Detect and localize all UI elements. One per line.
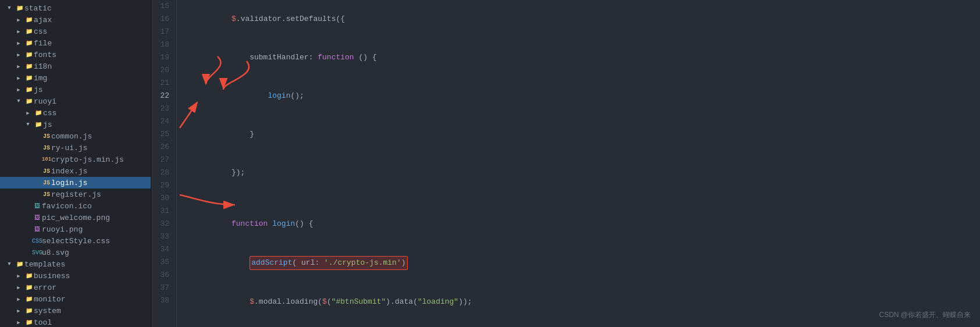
sidebar-label: ruoyi.png (42, 225, 83, 234)
sidebar-item-ruoyi-png[interactable]: 🖼 ruoyi.png (0, 223, 151, 235)
folder-icon: 📁 (24, 50, 34, 59)
sidebar-label: u8.svg (42, 248, 69, 257)
spacer (23, 213, 33, 222)
code-line-20 (186, 192, 980, 205)
code-token: $ (250, 297, 254, 306)
folder-icon: 📁 (34, 108, 43, 118)
line-number: 31 (158, 205, 169, 218)
js-file-icon: JS (42, 178, 51, 187)
folder-icon: 📁 (24, 294, 34, 304)
line-number: 24 (158, 115, 169, 128)
code-token: (); (290, 91, 304, 100)
code-token: () { (295, 219, 313, 228)
sidebar-item-favicon[interactable]: 🖼 favicon.ico (0, 200, 151, 212)
code-token (231, 297, 250, 306)
sidebar-item-i18n[interactable]: ▶ 📁 i18n (0, 61, 151, 72)
sidebar: ▼ 📁 static ▶ 📁 ajax ▶ 📁 css ▶ 📁 file ▶ 📁… (0, 0, 151, 327)
folder-icon: 📁 (24, 271, 34, 280)
sidebar-item-crypto-js[interactable]: 101 crypto-js.min.js (0, 154, 151, 165)
sidebar-label: index.js (51, 167, 87, 176)
spacer (33, 178, 42, 187)
sidebar-item-static[interactable]: ▼ 📁 static (0, 2, 151, 14)
code-token: ( url: (292, 258, 324, 267)
code-line-22: addScript( url: './crypto-js.min') (186, 243, 980, 283)
code-token: ( (327, 297, 332, 306)
code-token: login (272, 219, 295, 228)
chevron-right-icon: ▶ (14, 62, 23, 71)
sidebar-item-ajax[interactable]: ▶ 📁 ajax (0, 14, 151, 26)
sidebar-label: static (24, 4, 52, 13)
sidebar-item-u8-svg[interactable]: SVG u8.svg (0, 247, 151, 258)
sidebar-item-ry-ui-js[interactable]: JS ry-ui.js (0, 142, 151, 154)
folder-icon: 📁 (24, 97, 34, 106)
sidebar-item-ruoyi-css[interactable]: ▶ 📁 css (0, 107, 151, 119)
sidebar-label: login.js (51, 179, 87, 187)
code-line-17: login(); (186, 77, 980, 115)
spacer (23, 248, 33, 257)
sidebar-item-error[interactable]: ▶ 📁 error (0, 282, 151, 293)
sidebar-item-templates[interactable]: ▼ 📁 templates (0, 258, 151, 270)
code-token: submitHandler: (231, 53, 318, 62)
sidebar-label: js (34, 86, 43, 94)
sidebar-item-pic-welcome[interactable]: 🖼 pic_welcome.png (0, 212, 151, 223)
folder-icon: 📁 (24, 283, 34, 292)
line-number: 30 (158, 192, 169, 205)
code-token: "loading" (418, 297, 458, 306)
code-token: ).data( (386, 297, 418, 306)
sidebar-item-register-js[interactable]: JS register.js (0, 189, 151, 200)
chevron-right-icon: ▶ (14, 50, 23, 59)
chevron-down-icon: ▼ (14, 97, 23, 106)
js-file-icon: JS (42, 166, 51, 176)
line-number: 15 (158, 0, 169, 13)
sidebar-label: selectStyle.css (42, 237, 110, 246)
sidebar-label: js (43, 120, 52, 129)
folder-icon: 📁 (24, 27, 34, 36)
code-token: $ (231, 15, 236, 23)
sidebar-item-ruoyi[interactable]: ▼ 📁 ruoyi (0, 95, 151, 107)
spacer (23, 201, 33, 211)
sidebar-item-common-js[interactable]: JS common.js (0, 130, 151, 142)
watermark: CSDN @你若盛开、蝴蝶自来 (879, 310, 971, 320)
spacer (33, 190, 42, 199)
sidebar-item-img[interactable]: ▶ 📁 img (0, 72, 151, 84)
chevron-right-icon: ▶ (14, 85, 23, 94)
sidebar-label: tool (34, 318, 52, 327)
code-token: )); (458, 297, 472, 306)
sidebar-item-js[interactable]: ▶ 📁 js (0, 84, 151, 95)
sidebar-label: css (34, 27, 47, 36)
line-number: 17 (158, 26, 169, 38)
sidebar-label: register.js (51, 190, 101, 199)
sidebar-item-monitor[interactable]: ▶ 📁 monitor (0, 293, 151, 305)
line-number-active: 22 (158, 90, 169, 102)
sidebar-label: pic_welcome.png (42, 214, 110, 222)
sidebar-item-system[interactable]: ▶ 📁 system (0, 305, 151, 317)
sidebar-item-ruoyi-js[interactable]: ▼ 📁 js (0, 119, 151, 130)
line-number: 29 (158, 179, 169, 192)
editor-wrapper: 15 16 17 18 19 20 21 22 23 24 25 26 27 2… (151, 0, 980, 327)
folder-icon: 📁 (34, 120, 43, 129)
code-token: './crypto-js.min' (324, 258, 401, 267)
js-special-icon: 101 (42, 155, 51, 164)
png-file-icon: 🖼 (33, 225, 42, 234)
code-token: function (231, 219, 268, 228)
sidebar-label: ry-ui.js (51, 144, 87, 152)
sidebar-item-file[interactable]: ▶ 📁 file (0, 37, 151, 49)
line-number: 33 (158, 230, 169, 243)
sidebar-item-index-js[interactable]: JS index.js (0, 165, 151, 177)
sidebar-item-business[interactable]: ▶ 📁 business (0, 270, 151, 282)
chevron-down-icon: ▼ (23, 120, 33, 129)
sidebar-label: templates (24, 260, 65, 269)
sidebar-item-fonts[interactable]: ▶ 📁 fonts (0, 49, 151, 61)
spacer (33, 131, 42, 141)
js-file-icon: JS (42, 131, 51, 141)
code-line-21: function login() { (186, 205, 980, 243)
sidebar-item-tool[interactable]: ▶ 📁 tool (0, 317, 151, 327)
sidebar-label: file (34, 39, 52, 48)
sidebar-item-selectstyle-css[interactable]: CSS selectStyle.css (0, 235, 151, 247)
js-file-icon: JS (42, 143, 51, 152)
sidebar-item-css[interactable]: ▶ 📁 css (0, 26, 151, 37)
folder-icon: 📁 (15, 260, 24, 269)
code-highlight: addScript( url: './crypto-js.min') (250, 256, 407, 270)
code-token: function (318, 53, 354, 62)
sidebar-item-login-js[interactable]: JS login.js (0, 177, 151, 189)
